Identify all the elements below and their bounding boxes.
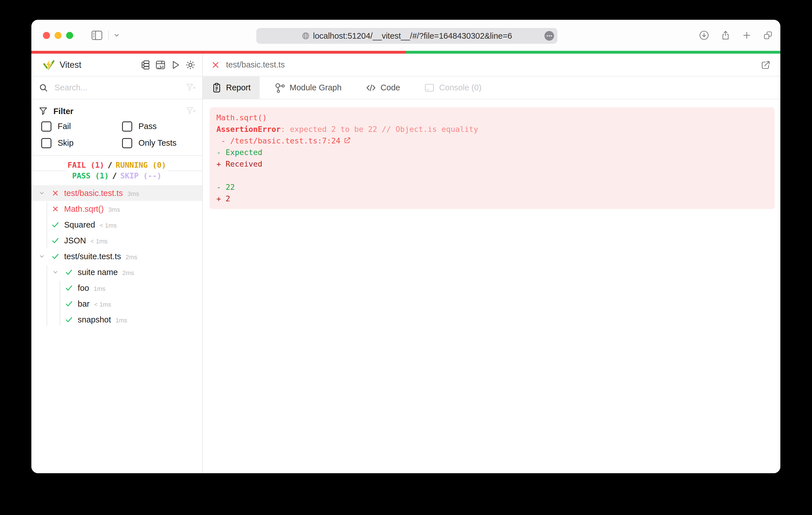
checkbox-skip[interactable] <box>41 138 51 148</box>
theme-toggle-icon[interactable] <box>185 60 196 70</box>
stack-trace-link[interactable]: /test/basic.test.ts:7:24 <box>230 137 341 145</box>
tab-label: Console (0) <box>439 83 482 92</box>
sidebar: Vitest <box>31 54 203 473</box>
checkbox-only-tests[interactable] <box>122 138 132 148</box>
stack-trace-line: - /test/basic.test.ts:7:24 <box>216 137 351 145</box>
test-duration: 1ms <box>93 283 106 293</box>
run-all-icon[interactable] <box>170 60 180 70</box>
test-tree-row[interactable]: snapshot 1ms <box>31 312 202 328</box>
test-duration: < 1ms <box>100 220 117 229</box>
test-duration: 2ms <box>122 268 134 277</box>
share-icon[interactable] <box>721 30 731 40</box>
tab-code[interactable]: Code <box>357 77 409 99</box>
chevron-down-icon[interactable] <box>37 253 47 260</box>
test-summary: FAIL (1)/RUNNING (0) PASS (1)/SKIP (--) <box>31 156 202 185</box>
funnel-icon <box>39 107 48 116</box>
page-settings-button[interactable] <box>545 31 554 41</box>
test-duration: < 1ms <box>94 299 111 308</box>
filter-option-skip[interactable]: Skip <box>41 135 122 151</box>
pass-icon <box>64 268 74 276</box>
clear-search-filter-icon[interactable] <box>186 83 196 93</box>
filter-option-pass[interactable]: Pass <box>122 118 196 135</box>
test-label: foo <box>78 283 89 293</box>
filter-option-fail[interactable]: Fail <box>41 118 122 135</box>
test-duration: 1ms <box>116 315 127 324</box>
file-header: test/basic.test.ts <box>203 54 780 77</box>
tab-label: Code <box>381 83 400 92</box>
checkbox-pass[interactable] <box>122 121 132 131</box>
tab-report[interactable]: Report <box>203 77 260 99</box>
test-label: Math.sqrt() <box>64 205 104 214</box>
test-tree-row[interactable]: bar < 1ms <box>31 296 202 312</box>
fail-icon <box>51 189 60 197</box>
browser-window: localhost:51204/__vitest__/#/?file=16484… <box>31 20 780 473</box>
tab-overview-icon[interactable] <box>763 30 773 40</box>
filter-panel: Filter Fail Pass <box>31 99 202 156</box>
zoom-window-button[interactable] <box>66 32 73 39</box>
window-controls <box>43 32 73 39</box>
test-tree-row[interactable]: Math.sqrt() 3ms <box>31 201 202 217</box>
test-tree-row[interactable]: Squared < 1ms <box>31 217 202 233</box>
filter-options: Fail Pass Skip Only Tests <box>41 118 196 151</box>
test-tree: test/basic.test.ts 3ms Math.sqrt() 3ms S… <box>31 185 202 473</box>
test-duration: 2ms <box>125 252 137 261</box>
dashboard-icon[interactable] <box>155 60 166 70</box>
tab-console[interactable]: Console (0) <box>415 77 491 99</box>
error-message: : expected 2 to be 22 // Object.is equal… <box>281 125 478 133</box>
search-icon <box>39 83 48 93</box>
browser-toolbar: localhost:51204/__vitest__/#/?file=16484… <box>31 20 780 51</box>
search-input[interactable] <box>54 83 186 93</box>
test-label: Squared <box>64 220 95 230</box>
chevron-down-icon[interactable] <box>113 32 120 39</box>
pass-icon <box>64 284 74 292</box>
checkbox-fail[interactable] <box>41 121 51 131</box>
pass-icon <box>51 252 60 261</box>
diff-expected-value: - 22 <box>216 183 235 191</box>
pass-count: PASS (1) <box>72 171 109 180</box>
fail-icon <box>51 205 60 213</box>
main-panel: test/basic.test.ts <box>203 54 780 473</box>
test-tree-row[interactable]: test/suite.test.ts 2ms <box>31 248 202 264</box>
test-label: JSON <box>64 236 86 245</box>
open-in-editor-icon[interactable] <box>343 137 351 144</box>
error-name: AssertionError <box>216 125 281 133</box>
list-tree-icon[interactable] <box>140 60 151 70</box>
tab-module-graph[interactable]: Module Graph <box>266 77 351 99</box>
test-tree-row[interactable]: test/basic.test.ts 3ms <box>31 185 202 201</box>
chevron-down-icon[interactable] <box>51 269 60 276</box>
address-bar[interactable]: localhost:51204/__vitest__/#/?file=16484… <box>256 28 557 44</box>
downloads-icon[interactable] <box>699 30 709 40</box>
test-label: bar <box>78 299 90 309</box>
search-bar <box>31 77 202 99</box>
screenshot-root: { "browser": { "url": "localhost:51204/_… <box>0 0 812 515</box>
pass-icon <box>64 315 74 324</box>
chevron-down-icon[interactable] <box>37 189 47 197</box>
tab-label: Module Graph <box>290 83 342 92</box>
close-window-button[interactable] <box>43 32 50 39</box>
filter-title: Filter <box>53 107 186 116</box>
test-tree-row[interactable]: foo 1ms <box>31 280 202 296</box>
fail-count: FAIL (1) <box>67 161 104 170</box>
report-view: Math.sqrt() AssertionError: expected 2 t… <box>203 99 780 473</box>
app-title: Vitest <box>60 60 81 70</box>
summary-separator: / <box>108 161 112 170</box>
pass-icon <box>64 300 74 308</box>
test-label: test/suite.test.ts <box>64 252 121 261</box>
console-icon <box>424 83 435 93</box>
sidebar-header: Vitest <box>31 54 202 77</box>
globe-icon <box>302 32 310 40</box>
open-in-editor-icon[interactable] <box>761 60 771 70</box>
clear-filters-icon[interactable] <box>186 106 196 116</box>
open-file-name: test/basic.test.ts <box>226 60 761 69</box>
test-tree-row[interactable]: suite name 2ms <box>31 264 202 280</box>
file-fail-icon <box>211 61 220 69</box>
test-label: test/basic.test.ts <box>64 189 123 198</box>
test-tree-row[interactable]: JSON < 1ms <box>31 233 202 248</box>
sidebar-toggle-icon[interactable] <box>91 30 103 40</box>
filter-option-only-tests[interactable]: Only Tests <box>122 135 196 151</box>
minimize-window-button[interactable] <box>55 32 62 39</box>
test-duration: 3ms <box>108 205 120 213</box>
diff-received-label: + Received <box>216 159 262 168</box>
summary-line-1: FAIL (1)/RUNNING (0) <box>61 160 172 171</box>
new-tab-icon[interactable] <box>742 30 752 40</box>
